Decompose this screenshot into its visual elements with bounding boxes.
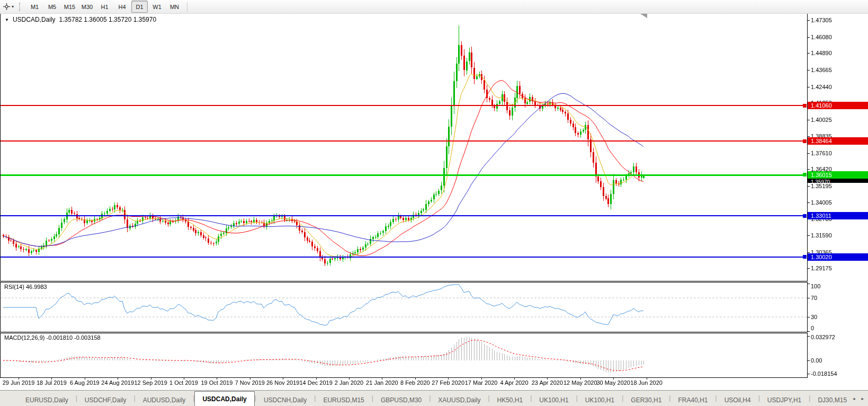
- date-label: 4 Apr 2020: [500, 379, 528, 386]
- chart-tab-uk100-h1[interactable]: UK100,H1: [532, 394, 576, 406]
- timeframe-buttons: M1M5M15M30H1H4D1W1MN: [26, 1, 183, 13]
- price-tick-label: 1.47305: [811, 17, 832, 23]
- date-label: 27 Feb 2020: [432, 379, 464, 386]
- date-label: 6 Aug 2019: [70, 379, 100, 386]
- timeframe-button-m30[interactable]: M30: [79, 1, 95, 13]
- hline-marker[interactable]: [803, 214, 807, 218]
- date-label: 24 Aug 2019: [101, 379, 134, 386]
- tab-scroll-right-icon[interactable]: ▸: [861, 396, 864, 401]
- timeframe-button-m1[interactable]: M1: [26, 1, 43, 13]
- date-label: 26 Nov 2019: [266, 379, 299, 386]
- chart-tab-usdcnh-daily[interactable]: USDCNH,Daily: [256, 394, 314, 406]
- toolbar-grip[interactable]: [19, 3, 22, 11]
- price-tick-label: 1.34005: [811, 199, 832, 206]
- date-label: 18 Jun 2020: [630, 379, 663, 386]
- date-label: 2 Jan 2020: [335, 379, 363, 386]
- price-tick-label: 1.46080: [811, 34, 832, 40]
- chart-tab-dj30-m15[interactable]: DJ30,M15: [810, 394, 854, 406]
- chart-tab-bar: EURUSD,Daily|USDCHF,Daily|AUDUSD,Daily|U…: [0, 390, 868, 406]
- date-label: 23 Apr 2020: [532, 379, 563, 386]
- chart-tab-usdchf-daily[interactable]: USDCHF,Daily: [77, 394, 134, 406]
- tab-scroll-left-icon[interactable]: ◂: [853, 396, 855, 401]
- date-label: 8 Feb 2020: [400, 379, 430, 386]
- price-tick-label: 1.31590: [811, 232, 832, 239]
- price-tick-label: 1.40025: [811, 117, 832, 123]
- chart-symbol-label: USDCAD,Daily: [13, 16, 56, 23]
- chart-tabs: EURUSD,Daily|USDCHF,Daily|AUDUSD,Daily|U…: [18, 391, 854, 406]
- hline-price-label: 1.38464: [808, 137, 868, 145]
- cursor-tool-button[interactable]: ▾: [0, 1, 16, 12]
- hline-marker[interactable]: [803, 255, 807, 259]
- timeframe-button-mn[interactable]: MN: [166, 1, 183, 13]
- hline-price-label: 1.33011: [808, 212, 868, 219]
- chart-tab-eurusd-daily[interactable]: EURUSD,Daily: [18, 394, 76, 406]
- chart-tab-usdcad-daily[interactable]: USDCAD,Daily: [194, 391, 254, 406]
- hline-marker[interactable]: [803, 104, 807, 108]
- timeframe-button-d1[interactable]: D1: [131, 1, 148, 13]
- date-label: 19 Oct 2019: [201, 379, 232, 386]
- timeframe-button-h1[interactable]: H1: [96, 1, 113, 13]
- date-label: 12 Sep 2019: [134, 379, 167, 386]
- hline-price-label: 1.41060: [808, 102, 868, 109]
- chart-tab-usoil-h4[interactable]: USOil,H4: [717, 394, 758, 406]
- timeframe-toolbar: ▾ M1M5M15M30H1H4D1W1MN: [0, 0, 868, 14]
- hline-marker[interactable]: [803, 139, 807, 143]
- chart-tab-hk50-h1[interactable]: HK50,H1: [490, 394, 531, 406]
- rsi-level-label: 30: [811, 314, 817, 320]
- macd-label: MACD(12,26,9) -0.001810 -0.003158: [4, 334, 101, 341]
- crosshair-icon: [3, 3, 11, 11]
- timeframe-button-h4[interactable]: H4: [114, 1, 130, 13]
- tab-scroll-arrows: ◂ ▸: [853, 396, 864, 401]
- bid-price-label: 1.35970: [808, 179, 868, 183]
- chart-shift-marker[interactable]: [640, 14, 647, 18]
- chart-tab-fra40-h1[interactable]: FRA40,H1: [670, 394, 715, 406]
- chart-tab-usdjpy-h1[interactable]: USDJPY,H1: [760, 394, 809, 406]
- hline-marker[interactable]: [803, 173, 807, 176]
- price-tick-label: 1.43665: [811, 67, 832, 73]
- rsi-level-label: 0: [811, 325, 814, 331]
- chart-tab-gbpusd-m30[interactable]: GBPUSD,M30: [373, 394, 429, 406]
- price-tick-label: 1.35195: [811, 183, 832, 189]
- macd-level-label: -0.018154: [811, 370, 837, 377]
- chart-ohlc-values: 1.35782 1.36005 1.35720 1.35970: [59, 16, 157, 23]
- date-label: 29 Jun 2019: [3, 379, 35, 386]
- chart-tab-xauusd-daily[interactable]: XAUUSD,Daily: [431, 394, 488, 406]
- collapse-triangle-icon[interactable]: ▼: [5, 17, 9, 22]
- chart-tab-ger30-h1[interactable]: GER30,H1: [623, 394, 669, 406]
- date-label: 17 Mar 2020: [465, 379, 498, 386]
- hline-price-label: 1.36015: [808, 171, 868, 179]
- chart-tab-eurusd-m15[interactable]: EURUSD,M15: [316, 394, 371, 406]
- timeframe-button-m15[interactable]: M15: [61, 1, 78, 13]
- price-tick-label: 1.37610: [811, 150, 832, 156]
- date-label: 30 May 2020: [596, 379, 630, 386]
- date-label: 14 Dec 2019: [299, 379, 332, 386]
- price-tick-label: 1.42440: [811, 84, 832, 90]
- macd-level-label: 0.00: [811, 357, 822, 364]
- chevron-down-icon[interactable]: ▾: [12, 4, 14, 9]
- chart-title: ▼ USDCAD,Daily 1.35782 1.36005 1.35720 1…: [5, 16, 156, 23]
- price-tick-label: 1.44890: [811, 50, 832, 56]
- mt4-platform-window: { "toolbar": { "cursor_tool_icon": "cros…: [0, 0, 868, 406]
- rsi-level-label: 70: [811, 295, 817, 301]
- date-label: 7 Nov 2019: [235, 379, 265, 386]
- rsi-level-label: 100: [811, 283, 820, 289]
- chart-canvas[interactable]: [0, 0, 868, 406]
- chart-tab-audusd-daily[interactable]: AUDUSD,Daily: [136, 394, 193, 406]
- hline-price-label: 1.30020: [808, 253, 868, 261]
- toolbar-separator: [187, 2, 187, 12]
- timeframe-button-m5[interactable]: M5: [44, 1, 60, 13]
- date-label: 21 Jan 2020: [366, 379, 398, 386]
- timeframe-button-w1[interactable]: W1: [149, 1, 165, 13]
- date-label: 18 Jul 2019: [37, 379, 67, 386]
- rsi-label: RSI(14) 46.9983: [4, 284, 47, 290]
- date-label: 1 Oct 2019: [169, 379, 198, 386]
- macd-level-label: 0.032972: [811, 334, 835, 340]
- date-label: 12 May 2020: [563, 379, 597, 386]
- chart-tab-uk100-h1[interactable]: UK100,H1: [578, 394, 622, 406]
- price-tick-label: 1.29175: [811, 265, 832, 271]
